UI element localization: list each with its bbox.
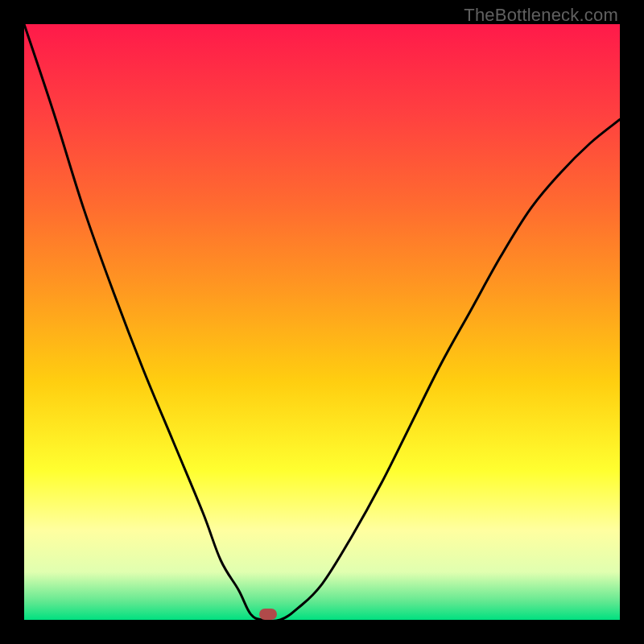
optimal-point-marker bbox=[259, 609, 277, 620]
bottleneck-curve bbox=[24, 24, 620, 620]
attribution-text: TheBottleneck.com bbox=[464, 5, 618, 26]
chart-frame: TheBottleneck.com bbox=[0, 0, 644, 644]
plot-area bbox=[24, 24, 620, 620]
